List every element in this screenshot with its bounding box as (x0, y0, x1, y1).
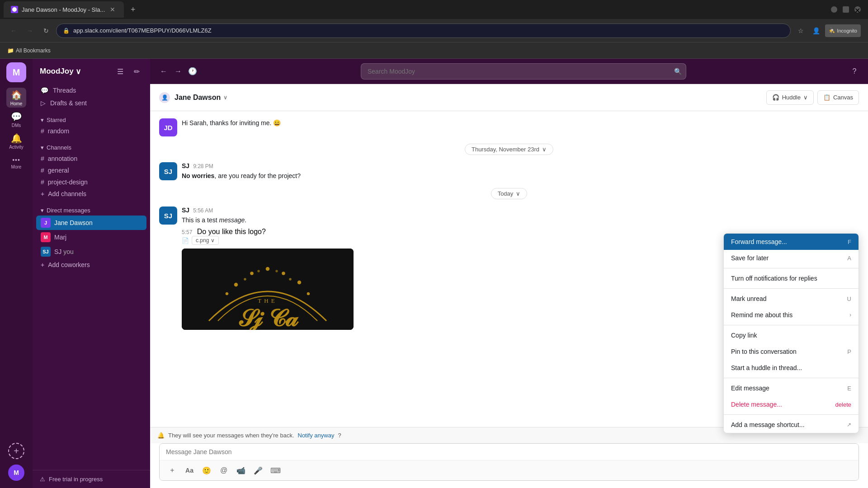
svg-point-8 (307, 293, 309, 295)
jane-avatar: J (41, 218, 51, 228)
sidebar-header-actions: ☰ ✏ (114, 65, 143, 78)
filter-btn[interactable]: ☰ (114, 65, 127, 78)
add-channels-btn[interactable]: + Add channels (36, 188, 146, 200)
refresh-btn[interactable]: ↻ (40, 24, 52, 37)
nav-forward-btn[interactable]: → (172, 65, 184, 78)
channel-item-general[interactable]: # general (36, 164, 146, 176)
msg-text-1: Hi Sarah, thanks for inviting me. 😀 (182, 118, 859, 128)
rail-item-more[interactable]: ••• More (6, 153, 26, 173)
input-toolbar: + Aa 🙂 @ 📹 🎤 ⌨ (160, 460, 859, 480)
search-input[interactable] (361, 63, 686, 80)
close-btn[interactable]: ✕ (854, 6, 861, 13)
left-rail: M 🏠 Home 💬 DMs 🔔 Activity ••• More + M (0, 59, 33, 488)
channels-header[interactable]: ▾ Channels (36, 142, 146, 153)
starred-section: ▾ Starred # random (33, 111, 150, 139)
top-bar-right: ? (848, 65, 861, 78)
hash-icon: # (41, 178, 44, 186)
channel-item-random[interactable]: # random (36, 125, 146, 137)
video-btn[interactable]: 📹 (235, 464, 247, 477)
add-workspace-btn[interactable]: + (8, 443, 24, 459)
maximize-btn[interactable] (843, 6, 849, 13)
sidebar-item-drafts[interactable]: ▷ Drafts & sent (36, 97, 146, 109)
menu-item-delete[interactable]: Delete message... delete (724, 396, 859, 413)
browser-tabs: Jane Dawson - MoodJoy - Sla... ✕ + ✕ (0, 0, 868, 19)
back-btn[interactable]: ← (7, 24, 20, 37)
nav-back-btn[interactable]: ← (157, 65, 170, 78)
bookmarks-folder[interactable]: 📁 All Bookmarks (7, 47, 51, 54)
nav-history-btn[interactable]: 🕐 (186, 65, 199, 78)
date-badge-today[interactable]: Today ∨ (491, 188, 528, 199)
svg-point-12 (276, 271, 278, 272)
dm-item-sj[interactable]: SJ SJ you (36, 244, 146, 259)
file-dropdown[interactable]: c.png ∨ (192, 236, 219, 245)
help-btn[interactable]: ? (848, 65, 861, 78)
channel-item-annotation[interactable]: # annotation (36, 153, 146, 164)
channel-item-project-design[interactable]: # project-design (36, 176, 146, 188)
notify-anyway-link[interactable]: Notify anyway (298, 432, 335, 439)
forward-btn[interactable]: → (24, 24, 36, 37)
starred-header[interactable]: ▾ Starred (36, 115, 146, 125)
mention-btn[interactable]: @ (217, 464, 230, 477)
bell-icon: 🔔 (157, 432, 165, 439)
minimize-btn[interactable] (831, 6, 837, 13)
today-chevron-icon: ∨ (516, 190, 520, 197)
date-badge-1[interactable]: Thursday, November 23rd ∨ (465, 144, 553, 155)
menu-item-forward[interactable]: Forward message... F (724, 234, 859, 250)
browser-chrome: Jane Dawson - MoodJoy - Sla... ✕ + ✕ ← →… (0, 0, 868, 59)
free-trial-btn[interactable]: ⚠ Free trial in progress (40, 476, 143, 483)
rail-item-activity[interactable]: 🔔 Activity (6, 131, 26, 151)
menu-item-remind[interactable]: Remind me about this › (724, 307, 859, 323)
svg-point-0 (12, 7, 17, 12)
search-wrap: 🔍 (361, 63, 686, 80)
add-coworkers-btn[interactable]: + Add coworkers (36, 259, 146, 271)
profile-btn[interactable]: 👤 (810, 24, 822, 37)
menu-item-pin[interactable]: Pin to this conversation P (724, 343, 859, 360)
msg-header-sj: SJ 9:28 PM (182, 162, 859, 169)
msg-time-sj: 9:28 PM (193, 163, 213, 169)
huddle-btn[interactable]: 🎧 Huddle ∨ (766, 90, 814, 105)
shortcuts-btn[interactable]: ⌨ (269, 464, 282, 477)
workspace-icon[interactable]: M (6, 62, 26, 82)
audio-btn[interactable]: 🎤 (252, 464, 264, 477)
dm-item-jane[interactable]: J Jane Dawson (36, 216, 146, 230)
emoji-btn[interactable]: 🙂 (200, 464, 213, 477)
context-menu: Forward message... F Save for later A Tu… (723, 233, 859, 433)
more-icon: ••• (12, 156, 20, 164)
svg-point-5 (283, 272, 285, 275)
menu-item-copy-link[interactable]: Copy link (724, 327, 859, 343)
tab-close-btn[interactable]: ✕ (108, 5, 117, 14)
address-bar[interactable]: 🔒 app.slack.com/client/T067MEBPPUY/D066V… (56, 23, 791, 38)
url-text: app.slack.com/client/T067MEBPPUY/D066VLM… (73, 27, 784, 34)
dm-header[interactable]: ▾ Direct messages (36, 205, 146, 216)
menu-item-save[interactable]: Save for later A (724, 250, 859, 266)
chat-header-right: 🎧 Huddle ∨ 📋 Canvas (766, 90, 859, 105)
workspace-name[interactable]: MoodJoy ∨ (40, 67, 81, 76)
bookmark-btn[interactable]: ☆ (794, 24, 807, 37)
msg-text-today: This is a test message. (182, 216, 859, 225)
add-btn[interactable]: + (166, 464, 179, 477)
menu-item-edit[interactable]: Edit message E (724, 380, 859, 396)
rail-item-home[interactable]: 🏠 Home (6, 88, 26, 108)
msg-author-sj: SJ (182, 162, 189, 169)
new-tab-btn[interactable]: + (126, 2, 140, 17)
svg-text:𝒮𝒿 𝒞𝒶: 𝒮𝒿 𝒞𝒶 (238, 305, 299, 330)
canvas-btn[interactable]: 📋 Canvas (817, 90, 859, 105)
trial-icon: ⚠ (40, 476, 45, 483)
format-btn[interactable]: Aa (183, 464, 196, 477)
user-avatar[interactable]: M (8, 465, 24, 481)
plus-icon: + (41, 261, 44, 268)
menu-divider-1 (724, 268, 859, 268)
menu-item-shortcut[interactable]: Add a message shortcut... ↗ (724, 417, 859, 433)
chat-header: 👤 Jane Dawson ∨ 🎧 Huddle ∨ 📋 Canvas (150, 84, 868, 111)
menu-item-huddle[interactable]: Start a huddle in thread... (724, 360, 859, 376)
message-input[interactable] (160, 444, 859, 460)
sidebar-item-threads[interactable]: 💬 Threads (36, 84, 146, 97)
dm-item-marj[interactable]: M Marj (36, 230, 146, 244)
rail-item-dms[interactable]: 💬 DMs (6, 109, 26, 129)
chat-area: 👤 Jane Dawson ∨ 🎧 Huddle ∨ 📋 Canvas (150, 84, 868, 488)
active-tab[interactable]: Jane Dawson - MoodJoy - Sla... ✕ (4, 1, 124, 18)
top-nav-btns: ← → 🕐 (157, 65, 199, 78)
menu-item-notifications[interactable]: Turn off notifications for replies (724, 270, 859, 286)
menu-item-mark-unread[interactable]: Mark unread U (724, 291, 859, 307)
compose-btn[interactable]: ✏ (130, 65, 143, 78)
